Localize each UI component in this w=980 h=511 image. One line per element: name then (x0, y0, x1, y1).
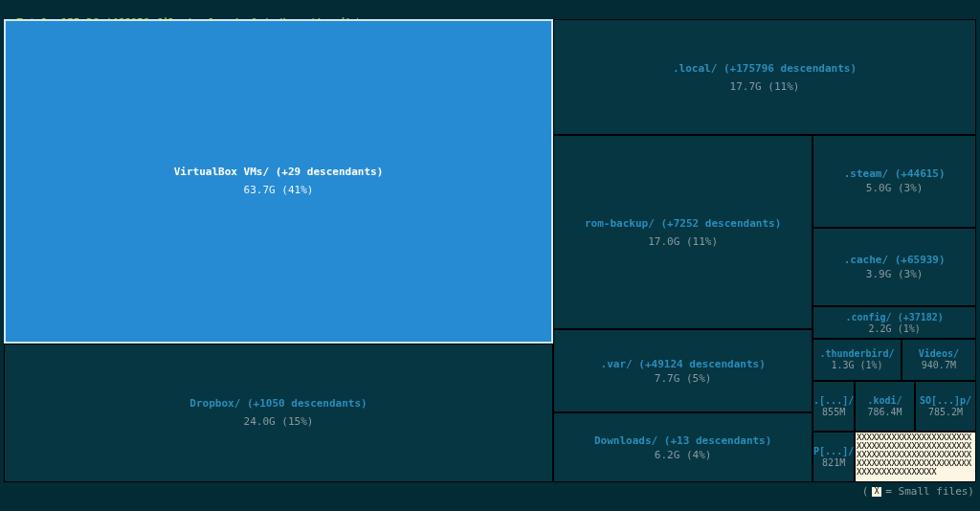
cell-dropbox[interactable]: Dropbox/ (+1050 descendants) 24.0G (15%) (4, 344, 553, 482)
cell-name: .kodi/ (867, 395, 902, 406)
treemap: VirtualBox VMs/ (+29 descendants) 63.7G … (4, 19, 976, 482)
cell-cache[interactable]: .cache/ (+65939) 3.9G (3%) (813, 228, 976, 306)
cell-virtualbox-vms[interactable]: VirtualBox VMs/ (+29 descendants) 63.7G … (4, 19, 553, 344)
cell-size: 5.0G (3%) (866, 182, 924, 194)
cell-size: 63.7G (41%) (244, 184, 314, 196)
cell-name: SO[...]p/ (920, 395, 971, 406)
cell-size: 24.0G (15%) (244, 415, 314, 428)
footer: SELECTED: VirtualBox VMs (63.7G, 29 file… (0, 484, 980, 511)
cell-size: 6.2G (4%) (655, 449, 712, 461)
cell-name: Downloads/ (+13 descendants) (594, 434, 771, 447)
cell-size: 1.3G (1%) (831, 360, 882, 370)
cell-size: 855M (822, 407, 845, 417)
cell-size: 821M (822, 457, 845, 468)
cell-name: .config/ (+37182) (845, 312, 943, 322)
cell-name: .cache/ (+65939) (844, 254, 946, 266)
cell-name: .[...]/ (813, 395, 854, 406)
cell-size: 785.2M (928, 407, 963, 417)
cell-size: 786.4M (867, 407, 902, 417)
cell-name: .steam/ (+44615) (844, 167, 946, 180)
cell-size: 7.7G (5%) (655, 372, 712, 385)
cell-size: 940.7M (922, 360, 956, 370)
small-files-legend: (X = Small files) (862, 485, 974, 498)
small-files-region[interactable]: XXXXXXXXXXXXXXXXXXXXXXXXXXXXXXXXXXXXXXXX… (855, 432, 976, 482)
cell-kodi[interactable]: .kodi/ 786.4M (855, 381, 915, 432)
cell-rom-backup[interactable]: rom-backup/ (+7252 descendants) 17.0G (1… (553, 135, 813, 329)
cell-videos[interactable]: Videos/ 940.7M (902, 339, 976, 381)
cell-thunderbird[interactable]: .thunderbird/ 1.3G (1%) (813, 339, 901, 381)
status-bar: Total: 155.3G (466058 files), freed: 0 |… (0, 0, 980, 15)
cell-size: 17.0G (11%) (648, 235, 718, 248)
cell-name: .thunderbird/ (819, 348, 894, 359)
legend-text: = Small files) (885, 485, 974, 498)
cell-p[interactable]: P[...]/ 821M (813, 432, 855, 482)
cell-steam[interactable]: .steam/ (+44615) 5.0G (3%) (813, 135, 976, 228)
cell-name: .var/ (+49124 descendants) (601, 358, 766, 370)
cell-size: 2.2G (1%) (869, 323, 921, 334)
cell-name: Dropbox/ (+1050 descendants) (189, 397, 367, 410)
cell-downloads[interactable]: Downloads/ (+13 descendants) 6.2G (4%) (553, 412, 813, 482)
cell-name: Videos/ (919, 348, 959, 359)
small-files-swatch: X (872, 487, 881, 497)
cell-sop[interactable]: SO[...]p/ 785.2M (915, 381, 976, 432)
cell-var[interactable]: .var/ (+49124 descendants) 7.7G (5%) (553, 329, 813, 412)
cell-dots[interactable]: .[...]/ 855M (813, 381, 855, 432)
cell-name: .local/ (+175796 descendants) (673, 62, 857, 75)
cell-name: P[...]/ (813, 446, 854, 456)
cell-local[interactable]: .local/ (+175796 descendants) 17.7G (11%… (553, 19, 976, 135)
cell-name: rom-backup/ (+7252 descendants) (585, 217, 781, 230)
cell-name: VirtualBox VMs/ (+29 descendants) (174, 166, 384, 178)
cell-config[interactable]: .config/ (+37182) 2.2G (1%) (813, 306, 976, 339)
cell-size: 3.9G (3%) (866, 268, 924, 280)
cell-size: 17.7G (11%) (730, 80, 800, 93)
